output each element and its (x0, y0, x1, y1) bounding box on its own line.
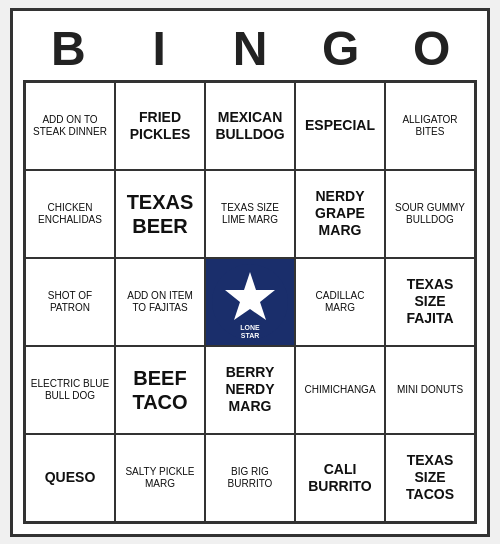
cell-17: BERRY NERDY MARG (205, 346, 295, 434)
cell-24: TEXAS SIZE TACOS (385, 434, 475, 522)
cell-19: MINI DONUTS (385, 346, 475, 434)
bingo-card: B I N G O ADD ON TO STEAK DINNER FRIED P… (10, 8, 490, 537)
cell-20: QUESO (25, 434, 115, 522)
cell-15: ELECTRIC BLUE BULL DOG (25, 346, 115, 434)
cell-16: BEEF TACO (115, 346, 205, 434)
cell-free: LONE STAR (205, 258, 295, 346)
lone-star-logo: LONE STAR (210, 262, 290, 342)
svg-text:LONE: LONE (240, 324, 260, 331)
cell-4: ALLIGATOR BITES (385, 82, 475, 170)
svg-text:STAR: STAR (241, 332, 260, 339)
cell-14: TEXAS SIZE FAJITA (385, 258, 475, 346)
cell-11: ADD ON ITEM TO FAJITAS (115, 258, 205, 346)
cell-13: CADILLAC MARG (295, 258, 385, 346)
cell-23: CALI BURRITO (295, 434, 385, 522)
letter-i: I (115, 21, 203, 76)
cell-9: SOUR GUMMY BULLDOG (385, 170, 475, 258)
cell-8: NERDY GRAPE MARG (295, 170, 385, 258)
cell-1: FRIED PICKLES (115, 82, 205, 170)
cell-2: MEXICAN BULLDOG (205, 82, 295, 170)
bingo-header: B I N G O (23, 21, 477, 76)
cell-0: ADD ON TO STEAK DINNER (25, 82, 115, 170)
cell-18: CHIMICHANGA (295, 346, 385, 434)
bingo-grid: ADD ON TO STEAK DINNER FRIED PICKLES MEX… (23, 80, 477, 524)
letter-b: B (24, 21, 112, 76)
letter-o: O (388, 21, 476, 76)
cell-5: CHICKEN ENCHALIDAS (25, 170, 115, 258)
letter-n: N (206, 21, 294, 76)
cell-6: TEXAS BEER (115, 170, 205, 258)
cell-3: ESPECIAL (295, 82, 385, 170)
cell-21: SALTY PICKLE MARG (115, 434, 205, 522)
cell-22: BIG RIG BURRITO (205, 434, 295, 522)
cell-7: TEXAS SIZE LIME MARG (205, 170, 295, 258)
cell-10: SHOT OF PATRON (25, 258, 115, 346)
letter-g: G (297, 21, 385, 76)
